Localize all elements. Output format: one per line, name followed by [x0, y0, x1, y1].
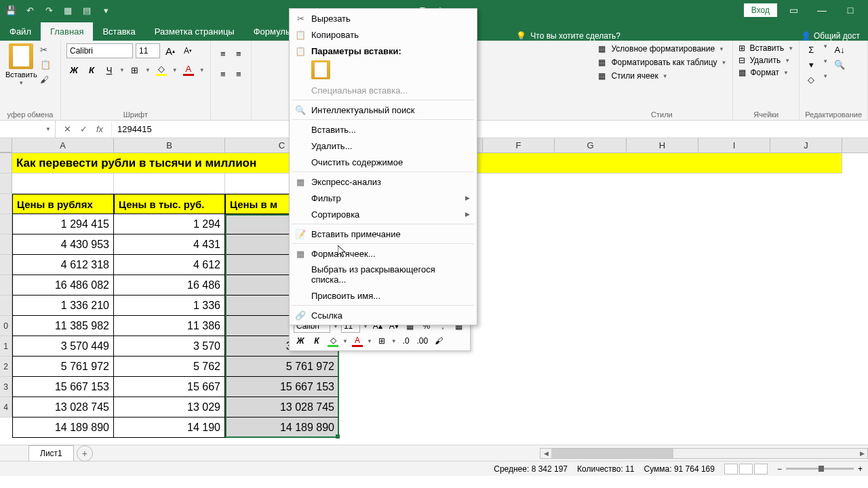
cell[interactable]: 1 294: [114, 214, 225, 235]
align-left-icon[interactable]: ≡: [216, 66, 230, 81]
ribbon-display-icon[interactable]: ▭: [781, 2, 806, 18]
qa3-icon[interactable]: ▾: [100, 5, 111, 16]
fill-icon[interactable]: ▾: [805, 58, 817, 70]
save-icon[interactable]: 💾: [5, 5, 16, 16]
minimize-icon[interactable]: —: [810, 2, 834, 18]
zoom-slider-thumb[interactable]: [818, 466, 824, 472]
ctx-filter[interactable]: Фильтр▶: [290, 190, 477, 206]
mini-dec-dec-icon[interactable]: .00: [416, 334, 429, 348]
cancel-icon[interactable]: ✕: [60, 122, 75, 137]
mini-inc-dec-icon[interactable]: .0: [399, 334, 413, 348]
align-mid-icon[interactable]: ≡: [232, 46, 245, 61]
login-button[interactable]: Вход: [744, 3, 777, 17]
ctx-quick-analysis[interactable]: ▦Экспресс-анализ: [290, 174, 477, 190]
tab-file[interactable]: Файл: [0, 22, 41, 41]
cell[interactable]: 4 612 318: [12, 255, 114, 275]
add-sheet-button[interactable]: +: [77, 445, 93, 462]
undo-icon[interactable]: ↶: [24, 5, 35, 16]
view-page-icon[interactable]: [739, 464, 753, 474]
cell[interactable]: 15 667: [114, 377, 225, 397]
bold-button[interactable]: Ж: [66, 62, 81, 77]
share-button[interactable]: Общий дост: [814, 31, 860, 41]
paste-button[interactable]: Вставить: [5, 70, 37, 79]
cell[interactable]: 4 430 953: [12, 235, 114, 255]
ctx-insert[interactable]: Вставить...: [290, 121, 477, 138]
ctx-paste-special[interactable]: Специальная вставка...: [290, 82, 477, 98]
mini-fill-icon[interactable]: ◇: [326, 334, 340, 348]
cell[interactable]: 11 385 982: [12, 316, 114, 336]
scroll-thumb[interactable]: [551, 449, 673, 458]
borders-icon[interactable]: ⊞: [127, 62, 142, 77]
ctx-cut[interactable]: ✂Вырезать: [290, 10, 477, 26]
cell[interactable]: 3 570 449: [12, 336, 114, 357]
qa2-icon[interactable]: ▤: [81, 5, 92, 16]
row-header[interactable]: [0, 153, 12, 174]
col-header[interactable]: F: [483, 138, 555, 152]
row-header[interactable]: 3: [0, 377, 12, 397]
horizontal-scrollbar[interactable]: ◀ ▶: [540, 448, 868, 459]
increase-font-icon[interactable]: A▴: [163, 43, 178, 58]
fill-color-icon[interactable]: ◇: [153, 64, 170, 76]
col-header[interactable]: G: [555, 138, 627, 152]
mini-painter-icon[interactable]: 🖌: [432, 334, 446, 348]
redo-icon[interactable]: ↷: [43, 5, 54, 16]
qa1-icon[interactable]: ▦: [62, 5, 73, 16]
enter-icon[interactable]: ✓: [76, 122, 91, 137]
row-header[interactable]: [0, 255, 12, 275]
delete-cells-button[interactable]: ⊟Удалить▼: [738, 56, 793, 65]
row-header[interactable]: [0, 296, 12, 316]
scroll-right-icon[interactable]: ▶: [856, 450, 867, 457]
ctx-link[interactable]: 🔗Ссылка: [290, 307, 477, 323]
cell[interactable]: 14 190: [114, 418, 225, 438]
cell[interactable]: 5 761 972: [225, 357, 339, 377]
cell[interactable]: Цены в рублях: [12, 194, 114, 214]
ctx-copy[interactable]: 📋Копировать: [290, 26, 477, 43]
cell[interactable]: 3 570: [114, 336, 225, 357]
ctx-clear[interactable]: Очистить содержимое: [290, 154, 477, 170]
ctx-format-cells[interactable]: ▦Формат ячеек...: [290, 245, 477, 262]
cell[interactable]: 16 486 082: [12, 275, 114, 296]
format-painter-icon[interactable]: 🖌: [40, 75, 51, 85]
clear-icon[interactable]: ◇: [805, 73, 817, 85]
cell[interactable]: [114, 174, 225, 194]
row-header[interactable]: [0, 275, 12, 296]
cell[interactable]: 1 294 415: [12, 214, 114, 235]
italic-button[interactable]: К: [84, 62, 99, 77]
row-header[interactable]: [0, 214, 12, 235]
align-top-icon[interactable]: ≡: [216, 46, 230, 61]
ctx-sort[interactable]: Сортировка▶: [290, 206, 477, 222]
cell[interactable]: 16 486: [114, 275, 225, 296]
col-header[interactable]: I: [698, 138, 770, 152]
zoom-out-icon[interactable]: −: [777, 464, 782, 474]
cell[interactable]: 13 028 745: [12, 397, 114, 418]
cell[interactable]: Цены в тыс. руб.: [114, 194, 225, 214]
row-header[interactable]: [0, 194, 12, 214]
paste-option-icon[interactable]: [311, 60, 330, 79]
sort-filter-icon[interactable]: A↓: [833, 43, 846, 56]
mini-font-color-icon[interactable]: A: [351, 334, 364, 348]
decrease-font-icon[interactable]: A▾: [180, 43, 195, 58]
tab-home[interactable]: Главная: [41, 22, 93, 41]
maximize-icon[interactable]: □: [838, 2, 863, 18]
cell[interactable]: 1 336 210: [12, 296, 114, 316]
row-header[interactable]: 0: [0, 316, 12, 336]
cell[interactable]: 5 761 972: [12, 357, 114, 377]
copy-icon[interactable]: 📋: [40, 60, 51, 70]
ctx-define-name[interactable]: Присвоить имя...: [290, 287, 477, 304]
ctx-comment[interactable]: 📝Вставить примечание: [290, 226, 477, 242]
formula-input[interactable]: 1294415: [117, 124, 152, 134]
cell[interactable]: 14 189 890: [225, 418, 339, 438]
view-normal-icon[interactable]: [724, 464, 738, 474]
find-icon[interactable]: 🔍: [833, 58, 846, 70]
cell[interactable]: 4 431: [114, 235, 225, 255]
conditional-formatting-button[interactable]: ▦Условное форматирование▼: [596, 43, 726, 54]
fx-icon[interactable]: fx: [92, 122, 107, 137]
cell[interactable]: [12, 174, 114, 194]
name-box[interactable]: ▼: [0, 121, 56, 138]
format-cells-button[interactable]: ▦Формат▼: [738, 68, 793, 77]
zoom-in-icon[interactable]: +: [858, 464, 863, 474]
row-header[interactable]: 4: [0, 397, 12, 418]
cell[interactable]: 15 667 153: [12, 377, 114, 397]
col-header[interactable]: B: [114, 138, 225, 152]
row-header[interactable]: 1: [0, 336, 12, 357]
